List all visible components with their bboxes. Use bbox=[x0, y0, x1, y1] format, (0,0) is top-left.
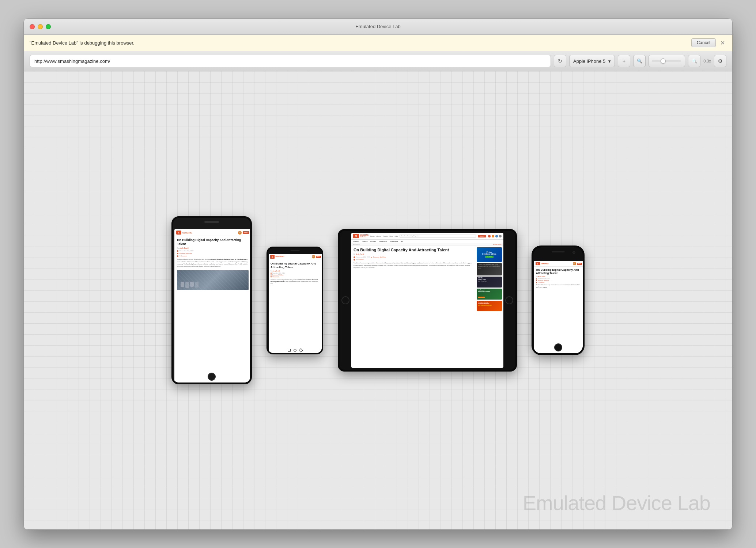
add-device-button[interactable]: + bbox=[618, 55, 630, 67]
settings-icon: ⚙ bbox=[718, 58, 723, 64]
add-icon: + bbox=[623, 58, 625, 64]
close-button[interactable] bbox=[30, 24, 35, 29]
refresh-button[interactable]: ↻ bbox=[554, 55, 566, 67]
device-android-phone: S SMASHING 🔍 MENU On Building Digital Ca… bbox=[267, 247, 323, 354]
zoom-out-icon: 🔍 bbox=[637, 58, 642, 64]
debug-actions: Cancel ✕ bbox=[691, 38, 726, 47]
zoom-slider[interactable] bbox=[652, 60, 681, 62]
content-area: Emulated Device Lab S SMA bbox=[24, 71, 732, 529]
zoom-slider-container[interactable] bbox=[649, 55, 685, 67]
tablet-speaker-top bbox=[204, 221, 219, 223]
device-ipad: S SMASHING MAGAZINE BookseBooksTicketsSh… bbox=[338, 229, 517, 372]
url-input[interactable]: http://www.smashingmagazine.com/ bbox=[30, 55, 551, 67]
device-large-tablet: S SMASHING 🔍 MENU On Building Digita bbox=[171, 216, 252, 384]
article-title-android: On Building Digital Capacity And Attract… bbox=[271, 262, 321, 269]
device-iphone5: S SMASHING 🔍 MENU On Building Digital Ca… bbox=[532, 246, 585, 355]
tablet-home-button bbox=[208, 373, 216, 381]
zoom-thumb[interactable] bbox=[661, 58, 666, 64]
zoom-out-button[interactable]: 🔍 bbox=[633, 55, 646, 67]
watermark: Emulated Device Lab bbox=[523, 491, 710, 515]
refresh-icon: ↻ bbox=[558, 58, 562, 64]
debug-bar: "Emulated Device Lab" is debugging this … bbox=[24, 35, 732, 51]
devices-row: S SMASHING 🔍 MENU On Building Digita bbox=[171, 216, 585, 384]
url-value: http://www.smashingmagazine.com/ bbox=[34, 58, 110, 64]
window-controls bbox=[30, 24, 51, 29]
iphone-home-button bbox=[554, 343, 562, 351]
ipad-home-right bbox=[505, 296, 513, 304]
title-bar: Emulated Device Lab bbox=[24, 19, 732, 35]
zoom-in-button[interactable]: 🔍 bbox=[688, 55, 700, 67]
maximize-button[interactable] bbox=[46, 24, 51, 29]
tablet-screen: S SMASHING 🔍 MENU On Building Digita bbox=[174, 229, 251, 384]
article-title-iphone: On Building Digital Capacity And Attract… bbox=[536, 268, 582, 275]
zoom-value: 0.3x bbox=[703, 59, 711, 63]
minimize-button[interactable] bbox=[38, 24, 43, 29]
iphone-speaker bbox=[552, 251, 564, 252]
iphone-camera bbox=[572, 251, 575, 254]
android-screen: S SMASHING 🔍 MENU On Building Digital Ca… bbox=[269, 254, 322, 354]
zoom-in-icon: 🔍 bbox=[692, 58, 697, 64]
android-speaker bbox=[290, 250, 299, 251]
iphone-screen: S SMASHING 🔍 MENU On Building Digital Ca… bbox=[534, 261, 583, 355]
ipad-home-left bbox=[341, 296, 349, 304]
app-window: Emulated Device Lab "Emulated Device Lab… bbox=[23, 18, 733, 530]
ipad-screen: S SMASHING MAGAZINE BookseBooksTicketsSh… bbox=[351, 233, 503, 368]
toolbar: http://www.smashingmagazine.com/ ↻ Apple… bbox=[24, 51, 732, 71]
chevron-down-icon: ▾ bbox=[608, 58, 611, 64]
device-name: Apple iPhone 5 bbox=[573, 58, 605, 64]
device-selector[interactable]: Apple iPhone 5 ▾ bbox=[569, 55, 615, 67]
cancel-button[interactable]: Cancel bbox=[691, 38, 716, 47]
article-title-tablet: On Building Digital Capacity And Attract… bbox=[177, 238, 249, 246]
android-nav-buttons bbox=[288, 349, 302, 352]
window-title: Emulated Device Lab bbox=[355, 24, 401, 29]
settings-button[interactable]: ⚙ bbox=[714, 55, 726, 67]
article-title-ipad: On Building Digital Capacity And Attract… bbox=[354, 248, 473, 252]
debug-message: "Emulated Device Lab" is debugging this … bbox=[30, 40, 135, 46]
close-debug-icon[interactable]: ✕ bbox=[719, 39, 726, 46]
zoom-level-display: 0.3x bbox=[703, 59, 711, 63]
